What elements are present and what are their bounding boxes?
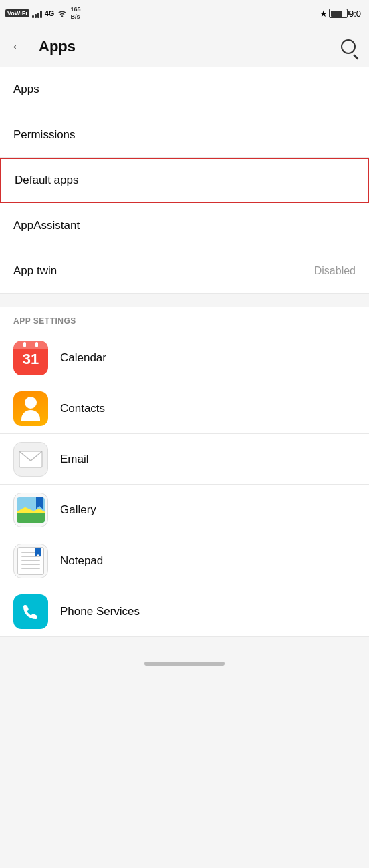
notepad-line-5 (21, 568, 40, 569)
menu-item-apps[interactable]: Apps (0, 67, 369, 112)
menu-item-default-apps[interactable]: Default apps (0, 158, 369, 203)
calendar-top-bar (13, 341, 48, 349)
status-bar-right: ★ 9:0 (320, 9, 361, 19)
signal-bars (32, 9, 42, 18)
search-icon (341, 39, 356, 54)
notepad-line-4 (21, 564, 40, 565)
svg-point-0 (62, 15, 63, 17)
notepad-line-2 (21, 556, 40, 557)
menu-item-label: App twin (13, 264, 57, 278)
signal-bar-1 (32, 15, 34, 18)
person-shape (21, 397, 40, 421)
notepad-app-icon (13, 544, 48, 578)
gallery-icon-inner (17, 497, 45, 523)
battery-indicator (329, 9, 348, 18)
bluetooth-icon: ★ (320, 9, 328, 19)
app-name-email: Email (60, 453, 89, 466)
search-button[interactable] (338, 37, 358, 57)
page-title: Apps (39, 38, 76, 55)
network-type: 4G (45, 9, 55, 17)
notepad-icon-inner (17, 547, 44, 575)
menu-item-app-twin[interactable]: App twin Disabled (0, 248, 369, 294)
signal-bar-2 (35, 14, 37, 18)
app-name-calendar: Calendar (60, 351, 106, 365)
section-divider (0, 294, 369, 307)
notepad-line-3 (21, 560, 40, 561)
vowifi-indicator: VoWiFi (5, 9, 29, 17)
menu-item-label: Permissions (13, 128, 76, 142)
calendar-dot-right (35, 342, 38, 347)
calendar-number: 31 (23, 352, 39, 367)
gallery-app-icon (13, 493, 48, 527)
app-item-gallery[interactable]: Gallery (0, 485, 369, 535)
email-icon-svg (18, 450, 43, 469)
contacts-app-icon (13, 391, 48, 426)
calendar-dot-left (23, 342, 26, 347)
menu-list: Apps Permissions Default apps AppAssista… (0, 67, 369, 294)
person-body (21, 410, 40, 421)
wifi-icon (57, 9, 68, 18)
app-item-phone-services[interactable]: Phone Services (0, 586, 369, 637)
signal-bar-3 (37, 13, 39, 18)
app-item-email[interactable]: Email (0, 434, 369, 485)
app-name-gallery: Gallery (60, 503, 96, 517)
calendar-app-icon: 31 (13, 341, 48, 375)
menu-item-permissions[interactable]: Permissions (0, 112, 369, 158)
app-settings-section: APP SETTINGS 31 Calendar Contacts (0, 307, 369, 637)
contacts-icon-inner (13, 391, 48, 426)
menu-item-label: Default apps (15, 174, 78, 187)
app-item-contacts[interactable]: Contacts (0, 383, 369, 434)
menu-item-label: AppAssistant (13, 219, 80, 232)
app-name-notepad: Notepad (60, 554, 103, 568)
bottom-nav-area (0, 637, 369, 690)
status-bar: VoWiFi 4G 165 B/s ★ 9:0 (0, 0, 369, 27)
menu-item-label: Apps (13, 83, 39, 96)
menu-item-appassistant[interactable]: AppAssistant (0, 203, 369, 248)
time-display: 9:0 (349, 9, 361, 19)
app-name-phone-services: Phone Services (60, 605, 140, 618)
menu-item-value: Disabled (314, 265, 356, 277)
person-head (25, 397, 37, 409)
battery-fill (331, 11, 342, 17)
page-header: ← Apps (0, 27, 369, 67)
signal-bar-4 (40, 11, 42, 18)
app-settings-header: APP SETTINGS (0, 307, 369, 333)
phone-icon-inner (13, 594, 48, 629)
app-name-contacts: Contacts (60, 402, 105, 415)
email-app-icon (13, 442, 48, 477)
app-item-notepad[interactable]: Notepad (0, 535, 369, 586)
status-bar-left: VoWiFi 4G 165 B/s (5, 6, 80, 21)
network-speed: 165 B/s (70, 6, 80, 21)
back-button[interactable]: ← (11, 38, 25, 55)
gallery-ground (17, 513, 45, 522)
home-pill[interactable] (144, 662, 225, 666)
phone-icon-svg (21, 602, 40, 621)
app-item-calendar[interactable]: 31 Calendar (0, 333, 369, 383)
phone-services-app-icon (13, 594, 48, 629)
